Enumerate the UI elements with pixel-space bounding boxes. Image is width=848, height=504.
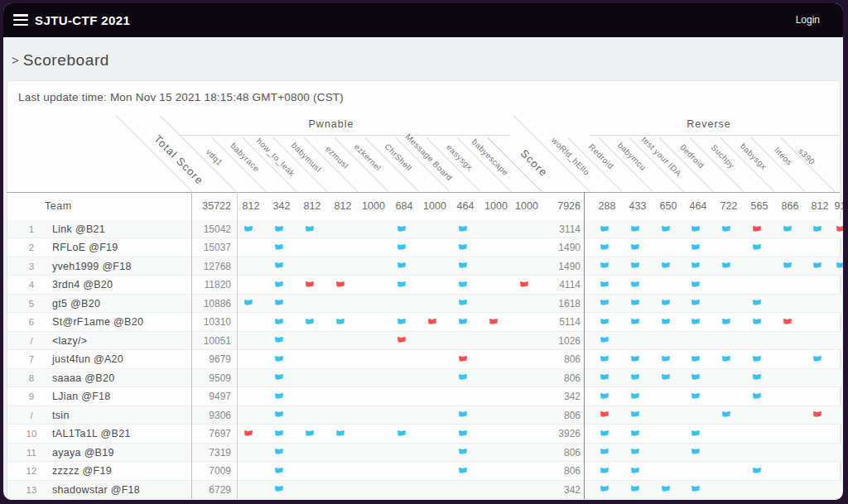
total-score-cell: 7319: [181, 444, 231, 461]
flag-icon-solved: [600, 467, 610, 476]
flag-icon-solved: [458, 410, 468, 420]
breadcrumb: >Scoreboard: [12, 50, 109, 70]
flag-icon-firstblood: [519, 281, 529, 290]
flag-icon-solved: [691, 262, 701, 271]
table-row: /tsin9306806: [7, 406, 842, 425]
flag-icon-solved: [752, 373, 762, 382]
team-name[interactable]: tAL1Ta1L @B21: [52, 425, 131, 442]
flag-icon-solved: [600, 430, 610, 439]
table-row: 6St@rF1ame @B20103105114: [7, 313, 842, 331]
team-name[interactable]: zzzzz @F19: [52, 462, 112, 479]
team-name[interactable]: tsin: [52, 406, 70, 424]
flag-icon-firstblood: [812, 410, 822, 420]
flag-icon-solved: [243, 225, 253, 234]
total-score-cell: 10051: [181, 332, 231, 349]
flag-icon-solved: [752, 318, 762, 327]
flag-icon-solved: [458, 373, 468, 382]
category-score-cell: 1490: [531, 257, 581, 275]
total-score-cell: 7697: [181, 425, 231, 442]
flag-icon-firstblood: [783, 318, 793, 327]
total-column-divider: [237, 192, 238, 499]
group-label-pwnable: Pwnable: [309, 118, 354, 130]
group-label-reverse: Reverse: [687, 118, 731, 130]
flag-icon-firstblood: [397, 336, 407, 345]
flag-icon-solved: [721, 355, 731, 364]
team-name[interactable]: <lazy/>: [52, 332, 87, 349]
flag-icon-solved: [600, 485, 610, 494]
flag-icon-solved: [783, 225, 793, 234]
flag-icon-firstblood: [243, 430, 253, 439]
rank-cell: 9: [22, 387, 41, 405]
category-score-cell: 342: [531, 387, 581, 405]
section-column-divider: [584, 192, 585, 499]
flag-icon-solved: [630, 281, 640, 290]
total-score-cell: 11820: [181, 276, 231, 293]
browser-page: SJTU-CTF 2021 Login >Scoreboard Last upd…: [3, 3, 843, 500]
team-name[interactable]: LJian @F18: [52, 387, 111, 405]
category-score-cell: 3926: [531, 425, 581, 442]
rank-cell: 5: [22, 295, 41, 312]
flag-icon-solved: [630, 262, 640, 271]
flag-icon-solved: [458, 281, 468, 290]
team-name[interactable]: just4fun @A20: [52, 350, 123, 367]
total-score-cell: 9509: [181, 369, 231, 386]
flag-icon-solved: [691, 448, 701, 457]
flag-icon-solved: [274, 355, 284, 364]
team-name[interactable]: Link @B21: [52, 220, 105, 238]
table-row: 11ayaya @B197319806: [7, 444, 842, 462]
total-max-value: 35722: [181, 192, 231, 220]
category-score-cell: 806: [531, 369, 581, 386]
flag-icon-solved: [600, 318, 610, 327]
team-name[interactable]: St@rF1ame @B20: [52, 313, 143, 330]
rank-cell: 13: [22, 481, 41, 498]
total-score-cell: 9679: [181, 350, 231, 367]
flag-icon-solved: [274, 262, 284, 271]
flag-icon-solved: [274, 336, 284, 345]
flag-icon-solved: [691, 281, 701, 290]
flag-icon-solved: [783, 262, 793, 271]
flag-icon-solved: [630, 485, 640, 494]
flag-icon-solved: [397, 225, 407, 234]
total-score-cell: 9497: [181, 387, 231, 405]
flag-icon-solved: [600, 355, 610, 364]
flag-icon-solved: [661, 373, 671, 382]
flag-icon-solved: [458, 448, 468, 457]
flag-icon-solved: [600, 392, 610, 401]
team-name[interactable]: gt5 @B20: [52, 295, 100, 312]
flag-icon-solved: [630, 243, 640, 252]
table-row: 43rdn4 @B20118204114: [7, 276, 842, 294]
team-name[interactable]: 3rdn4 @B20: [52, 276, 113, 293]
flag-icon-solved: [630, 373, 640, 382]
table-row: 7just4fun @A209679806: [7, 350, 842, 368]
team-name[interactable]: RFLoE @F19: [52, 238, 118, 256]
flag-icon-solved: [305, 318, 315, 327]
team-name[interactable]: shadowstar @F18: [52, 481, 140, 498]
flag-icon-solved: [630, 318, 640, 327]
flag-icon-solved: [274, 392, 284, 401]
rank-cell: 2: [22, 238, 41, 256]
last-update-time: Last update time: Mon Nov 15 2021 18:15:…: [18, 91, 344, 103]
total-score-cell: 6729: [181, 481, 231, 498]
flag-icon-solved: [274, 373, 284, 382]
flag-icon-solved: [752, 355, 762, 364]
flag-icon-solved: [458, 299, 468, 308]
flag-icon-solved: [691, 355, 701, 364]
total-score-cell: 7009: [181, 462, 231, 479]
category-score-cell: 5114: [531, 313, 581, 330]
team-name[interactable]: yveh1999 @F18: [52, 257, 132, 275]
flag-icon-solved: [630, 355, 640, 364]
table-row: 1Link @B21150423114: [7, 220, 842, 238]
login-link[interactable]: Login: [796, 3, 820, 37]
flag-icon-solved: [630, 448, 640, 457]
flag-icon-solved: [691, 299, 701, 308]
flag-icon-solved: [600, 299, 610, 308]
flag-icon-solved: [630, 410, 640, 420]
hamburger-menu-icon[interactable]: [13, 14, 28, 26]
flag-icon-solved: [630, 299, 640, 308]
rank-cell: 3: [22, 257, 41, 275]
flag-icon-solved: [274, 485, 284, 494]
team-column-divider: [191, 192, 192, 499]
team-name[interactable]: ayaya @B19: [52, 444, 114, 461]
team-name[interactable]: saaaa @B20: [52, 369, 114, 386]
table-row: /<lazy/>100511026: [7, 332, 842, 350]
